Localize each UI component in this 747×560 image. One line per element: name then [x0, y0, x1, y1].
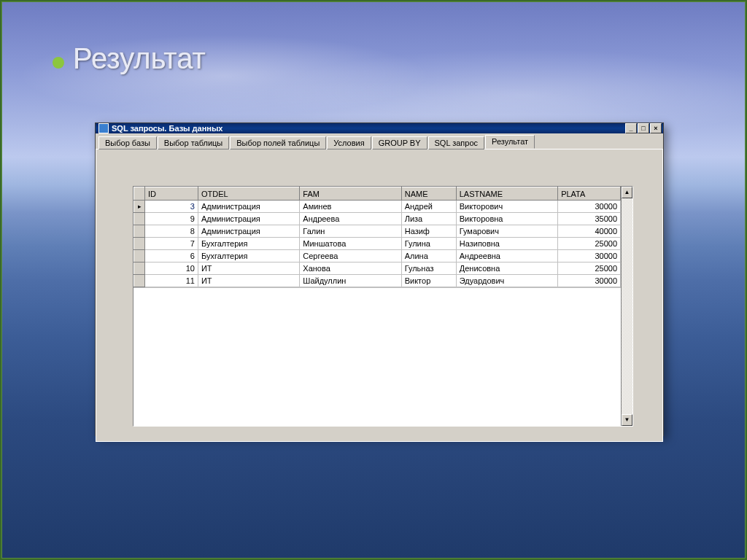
row-header-corner [134, 187, 145, 201]
cell-plata[interactable]: 25000 [558, 262, 621, 275]
maximize-button[interactable]: □ [638, 123, 649, 133]
cell-id[interactable]: 9 [145, 213, 198, 225]
cell-fam[interactable]: Ханова [300, 262, 401, 275]
titlebar[interactable]: SQL запросы. Базы данных _ □ × [96, 123, 663, 133]
cell-otdel[interactable]: Администрация [198, 225, 299, 238]
cell-fam[interactable]: Миншатова [300, 238, 401, 250]
cell-otdel[interactable]: Бухгалтерия [198, 250, 299, 262]
cell-lastname[interactable]: Назиповна [456, 238, 557, 250]
cell-lastname[interactable]: Андреевна [456, 250, 557, 262]
scroll-up-button[interactable]: ▲ [622, 187, 632, 198]
cell-lastname[interactable]: Гумарович [456, 225, 557, 238]
tabstrip: Выбор базы Выбор таблицы Выбор полей таб… [96, 133, 663, 149]
row-indicator [134, 275, 145, 287]
cell-fam[interactable]: Сергеева [300, 250, 401, 262]
cell-name[interactable]: Виктор [401, 275, 456, 287]
vertical-scrollbar[interactable]: ▲ ▼ [621, 187, 632, 426]
cell-lastname[interactable]: Эдуардович [456, 275, 557, 287]
tab-select-fields[interactable]: Выбор полей таблицы [230, 136, 326, 149]
cell-name[interactable]: Алина [401, 250, 456, 262]
cell-name[interactable]: Назиф [401, 225, 456, 238]
cell-otdel[interactable]: ИТ [198, 275, 299, 287]
col-header-fam[interactable]: FAM [300, 187, 401, 201]
row-indicator [134, 213, 145, 225]
cell-name[interactable]: Гульназ [401, 262, 456, 275]
cell-name[interactable]: Андрей [401, 201, 456, 213]
cell-plata[interactable]: 35000 [558, 213, 621, 225]
cell-lastname[interactable]: Викторович [456, 201, 557, 213]
table-row[interactable]: ▸3АдминистрацияАминевАндрейВикторович300… [134, 201, 621, 213]
grid-header-row: ID OTDEL FAM NAME LASTNAME PLATA [134, 187, 621, 201]
table-row[interactable]: 8АдминистрацияГалинНазифГумарович40000 [134, 225, 621, 238]
datagrid[interactable]: ID OTDEL FAM NAME LASTNAME PLATA ▸3Админ… [133, 186, 633, 427]
row-indicator [134, 225, 145, 238]
cell-id[interactable]: 8 [145, 225, 198, 238]
tab-conditions[interactable]: Условия [327, 136, 371, 149]
cell-plata[interactable]: 40000 [558, 225, 621, 238]
tab-result[interactable]: Результат [485, 135, 535, 149]
table-row[interactable]: 11ИТШайдуллинВикторЭдуардович30000 [134, 275, 621, 287]
table-row[interactable]: 7БухгалтерияМиншатоваГулинаНазиповна2500… [134, 238, 621, 250]
row-indicator: ▸ [134, 201, 145, 213]
table-row[interactable]: 10ИТХановаГульназДенисовна25000 [134, 262, 621, 275]
cell-otdel[interactable]: ИТ [198, 262, 299, 275]
cell-lastname[interactable]: Денисовна [456, 262, 557, 275]
row-indicator [134, 250, 145, 262]
cell-id[interactable]: 11 [145, 275, 198, 287]
cell-plata[interactable]: 30000 [558, 275, 621, 287]
cell-otdel[interactable]: Администрация [198, 201, 299, 213]
cell-otdel[interactable]: Бухгалтерия [198, 238, 299, 250]
slide-title: Результат [73, 42, 206, 75]
cell-name[interactable]: Гулина [401, 238, 456, 250]
cell-id[interactable]: 6 [145, 250, 198, 262]
row-indicator [134, 238, 145, 250]
tab-group-by[interactable]: GROUP BY [372, 136, 427, 149]
tab-select-database[interactable]: Выбор базы [98, 136, 157, 149]
tab-select-table[interactable]: Выбор таблицы [158, 136, 229, 149]
col-header-name[interactable]: NAME [401, 187, 456, 201]
tab-sql-query[interactable]: SQL запрос [428, 136, 485, 149]
cell-fam[interactable]: Галин [300, 225, 401, 238]
cell-plata[interactable]: 30000 [558, 250, 621, 262]
cell-fam[interactable]: Андреева [300, 213, 401, 225]
col-header-lastname[interactable]: LASTNAME [456, 187, 557, 201]
row-indicator [134, 262, 145, 275]
cell-id[interactable]: 10 [145, 262, 198, 275]
app-icon [98, 123, 109, 133]
cell-fam[interactable]: Шайдуллин [300, 275, 401, 287]
scroll-down-button[interactable]: ▼ [622, 414, 632, 426]
cell-plata[interactable]: 30000 [558, 201, 621, 213]
client-area: ID OTDEL FAM NAME LASTNAME PLATA ▸3Админ… [96, 149, 663, 442]
cell-fam[interactable]: Аминев [300, 201, 401, 213]
table-row[interactable]: 6БухгалтерияСергееваАлинаАндреевна30000 [134, 250, 621, 262]
cell-id[interactable]: 3 [145, 201, 198, 213]
table-row[interactable]: 9АдминистрацияАндрееваЛизаВикторовна3500… [134, 213, 621, 225]
app-window: SQL запросы. Базы данных _ □ × Выбор баз… [95, 122, 664, 436]
cell-id[interactable]: 7 [145, 238, 198, 250]
col-header-otdel[interactable]: OTDEL [198, 187, 299, 201]
close-button[interactable]: × [650, 123, 662, 133]
scroll-track[interactable] [622, 198, 632, 414]
cell-otdel[interactable]: Администрация [198, 213, 299, 225]
cell-name[interactable]: Лиза [401, 213, 456, 225]
minimize-button[interactable]: _ [625, 123, 637, 133]
col-header-id[interactable]: ID [145, 187, 198, 201]
col-header-plata[interactable]: PLATA [558, 187, 621, 201]
window-title: SQL запросы. Базы данных [112, 124, 222, 133]
cell-plata[interactable]: 25000 [558, 238, 621, 250]
bullet-icon [53, 57, 64, 69]
grid-empty-area [133, 287, 621, 426]
cell-lastname[interactable]: Викторовна [456, 213, 557, 225]
